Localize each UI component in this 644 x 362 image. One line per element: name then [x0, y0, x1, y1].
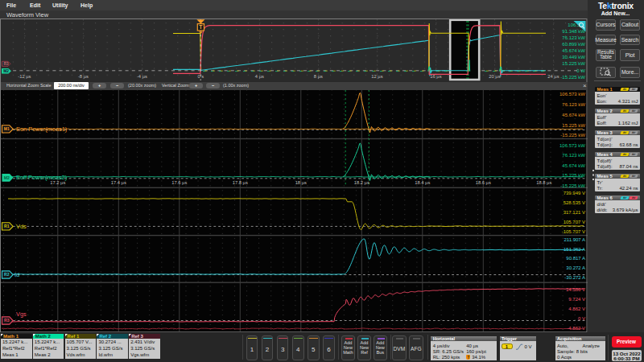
svg-text:15.225 kW: 15.225 kW	[562, 123, 585, 128]
svg-text:211.907 A: 211.907 A	[564, 237, 585, 242]
svg-text:30.272 A: 30.272 A	[566, 265, 585, 270]
svg-text:Vds: Vds	[16, 223, 27, 230]
svg-text:15.225 kW: 15.225 kW	[562, 61, 585, 66]
svg-text:Eon Power(meas1): Eon Power(meas1)	[16, 125, 67, 133]
svg-text:-8 µs: -8 µs	[78, 74, 89, 79]
svg-text:14.586 V: 14.586 V	[566, 287, 585, 292]
svg-text:76.123 kW: 76.123 kW	[562, 102, 585, 107]
svg-text:739.949 V: 739.949 V	[564, 191, 585, 195]
svg-text:R3: R3	[4, 318, 10, 323]
svg-text:R1: R1	[4, 224, 10, 228]
svg-text:17.4 µs: 17.4 µs	[111, 180, 126, 185]
svg-text:-12 µs: -12 µs	[18, 74, 31, 79]
svg-text:20 µs: 20 µs	[489, 74, 500, 79]
svg-text:0 W: 0 W	[576, 68, 585, 73]
svg-text:106.573 kW: 106.573 kW	[559, 143, 585, 148]
svg-text:-30.272 A: -30.272 A	[564, 275, 585, 280]
svg-text:M2: M2	[3, 69, 9, 73]
svg-text:R2: R2	[4, 272, 10, 277]
svg-text:18.6 µs: 18.6 µs	[476, 180, 491, 185]
svg-text:76.123 kW: 76.123 kW	[562, 35, 585, 40]
svg-text:-4.862 V: -4.862 V	[567, 326, 585, 331]
svg-text:-105.707 V: -105.707 V	[562, 229, 585, 234]
svg-text:-15.225 kW: -15.225 kW	[560, 133, 585, 138]
svg-text:Vgs: Vgs	[16, 311, 27, 318]
svg-text:17.8 µs: 17.8 µs	[233, 180, 248, 185]
svg-text:-15.225 kW: -15.225 kW	[560, 75, 585, 80]
svg-text:317.121 V: 317.121 V	[564, 210, 585, 215]
svg-text:76.123 kW: 76.123 kW	[562, 153, 585, 158]
svg-text:24 µs: 24 µs	[547, 74, 559, 79]
svg-text:R3: R3	[3, 62, 8, 66]
svg-text:-4 µs: -4 µs	[137, 74, 147, 79]
svg-text:105.707 V: 105.707 V	[564, 220, 585, 224]
svg-text:17.6 µs: 17.6 µs	[171, 180, 187, 185]
svg-text:151.362 A: 151.362 A	[564, 247, 585, 252]
svg-text:-15.225 kW: -15.225 kW	[560, 183, 585, 188]
svg-text:16 µs: 16 µs	[430, 74, 441, 79]
svg-text:9.724 V: 9.724 V	[568, 297, 585, 302]
svg-text:60.899 kW: 60.899 kW	[562, 42, 585, 47]
svg-text:18.4 µs: 18.4 µs	[415, 180, 430, 185]
svg-text:528.535 V: 528.535 V	[564, 200, 585, 205]
svg-text:17.2 µs: 17.2 µs	[50, 180, 65, 185]
svg-text:18 µs: 18 µs	[295, 180, 307, 185]
svg-text:106.573 kW: 106.573 kW	[559, 92, 585, 97]
svg-text:30.449 kW: 30.449 kW	[562, 55, 585, 60]
svg-text:45.674 kW: 45.674 kW	[562, 163, 585, 168]
svg-text:18.2 µs: 18.2 µs	[354, 180, 369, 185]
svg-text:M2: M2	[4, 175, 10, 180]
svg-text:8 µs: 8 µs	[314, 74, 323, 79]
svg-text:4 µs: 4 µs	[255, 74, 264, 79]
svg-text:0 s: 0 s	[198, 74, 204, 79]
svg-text:91.348 kW: 91.348 kW	[562, 29, 585, 34]
svg-text:90.817 A: 90.817 A	[566, 256, 585, 261]
svg-text:15.225 kW: 15.225 kW	[562, 173, 585, 178]
svg-text:12 µs: 12 µs	[371, 74, 382, 79]
svg-text:45.674 kW: 45.674 kW	[562, 113, 585, 117]
svg-text:4.862 V: 4.862 V	[568, 306, 585, 311]
svg-text:18.8 µs: 18.8 µs	[536, 180, 551, 185]
svg-text:M1: M1	[4, 126, 10, 131]
svg-text:0 V: 0 V	[578, 316, 585, 321]
svg-text:45.674 kW: 45.674 kW	[562, 48, 585, 53]
svg-text:Id: Id	[14, 271, 19, 278]
